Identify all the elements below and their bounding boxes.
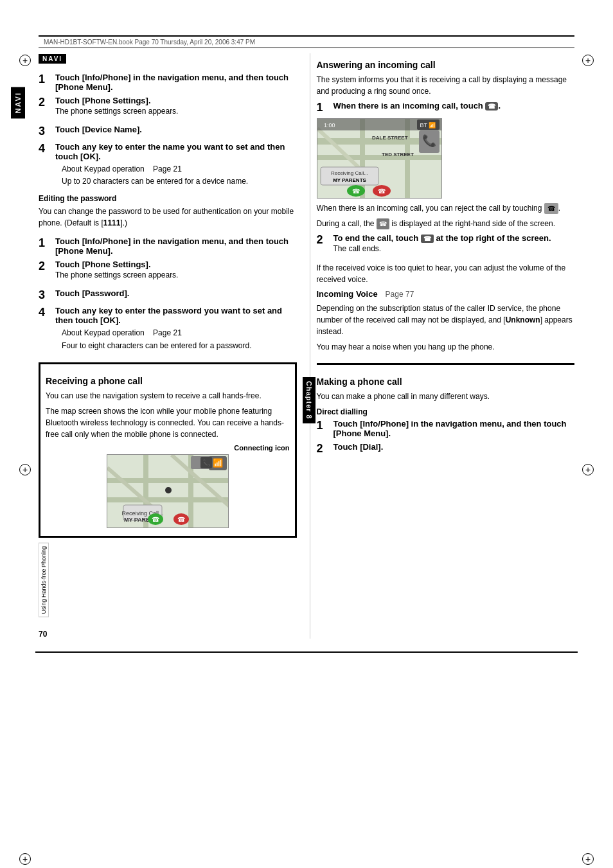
direct-dialling-heading: Direct dialling [317, 407, 575, 416]
step-content-3b: Touch [Password]. [55, 288, 129, 298]
step-content-4a: Touch any key to enter the name you want… [55, 142, 297, 188]
step-r2-sub: The call ends. [333, 243, 551, 254]
svg-point-13 [165, 487, 172, 493]
step-4-group1: 4 Touch any key to enter the name you wa… [39, 142, 297, 188]
header-file-info: MAN-HD1BT-SOFTW-EN.book Page 70 Thursday… [44, 39, 255, 46]
editing-password-heading: Editing the password [39, 194, 297, 203]
chapter8-tab: Chapter 8 [303, 377, 315, 423]
step-2-group2: 2 Touch [Phone Settings]. The phone sett… [39, 260, 297, 285]
svg-text:☎: ☎ [177, 516, 185, 523]
svg-text:☎: ☎ [352, 188, 360, 195]
incoming-map-svg: DALE STREET TED STREET 1:00 BT 📶 📞 [317, 119, 442, 199]
navi-tab: NAVI [11, 87, 25, 118]
step-r2-content: To end the call, touch ☎ at the top righ… [333, 233, 551, 258]
incoming-voice-line: Incoming Voice Page 77 [317, 289, 575, 299]
step-m1: 1 Touch [Info/Phone] in the navigation m… [317, 419, 575, 438]
step-3-group2: 3 Touch [Password]. [39, 288, 297, 302]
map-annotation-2: During a call, the ☎ is displayed at the… [317, 218, 575, 229]
step-r1: 1 When there is an incoming call, touch … [317, 101, 575, 114]
right-column: Answering an incoming call The system in… [310, 53, 575, 639]
step-number-2a: 2 [39, 96, 53, 109]
step-m2-content: Touch [Dial]. [333, 442, 384, 452]
call-icon: ☎ [377, 218, 389, 229]
svg-text:📞: 📞 [422, 134, 437, 148]
step-r1-number: 1 [317, 101, 331, 114]
svg-text:📞: 📞 [202, 459, 211, 467]
step-r2: 2 To end the call, touch ☎ at the top ri… [317, 233, 575, 258]
using-label-area: Using Hands-free Phoning [39, 543, 297, 617]
receiving-section-box: Chapter 8 Receiving a phone call You can… [39, 362, 297, 538]
step-content-1b: Touch [Info/Phone] in the navigation men… [55, 236, 297, 256]
editing-password-section: Editing the password You can change the … [39, 194, 297, 229]
svg-text:TED STREET: TED STREET [382, 152, 414, 157]
incoming-voice-page: Page 77 [386, 290, 414, 299]
page-number: 70 [39, 630, 297, 639]
step-r2-number: 2 [317, 233, 331, 247]
step-r1-content: When there is an incoming call, touch ☎. [333, 101, 501, 111]
corner-crosshair-mr [582, 464, 594, 475]
step-sub-4b-1: About Keypad operation Page 21 [62, 327, 297, 339]
step-text-2a: Touch [Phone Settings]. [55, 96, 151, 105]
step-m2-number: 2 [317, 442, 331, 456]
answering-heading: Answering an incoming call [317, 60, 575, 70]
step-subs-4a: About Keypad operation Page 21 Up to 20 … [55, 163, 297, 188]
connecting-icon-label: Connecting icon [46, 444, 290, 452]
body-r1: If the received voice is too quiet to he… [317, 262, 575, 285]
step-sub-2a: The phone settings screen appears. [55, 105, 178, 117]
receiving-heading: Receiving a phone call [46, 376, 290, 386]
step-text-3a: Touch [Device Name]. [55, 125, 142, 134]
step-content-2b: Touch [Phone Settings]. The phone settin… [55, 260, 178, 285]
left-sidebar: NAVI [0, 35, 35, 868]
step-number-3a: 3 [39, 125, 53, 138]
incoming-voice-label: Incoming Voice [317, 289, 378, 299]
step-text-1a: Touch [Info/Phone] in the navigation men… [55, 73, 289, 92]
main-content: NAVI 1 Touch [Info/Phone] in the navigat… [39, 53, 574, 639]
step-content-3a: Touch [Device Name]. [55, 125, 142, 134]
header-bar: MAN-HD1BT-SOFTW-EN.book Page 70 Thursday… [39, 35, 574, 48]
corner-crosshair-tr [582, 55, 594, 66]
svg-text:☎: ☎ [152, 516, 159, 523]
corner-crosshair-br [582, 853, 594, 865]
incoming-call-map: DALE STREET TED STREET 1:00 BT 📶 📞 [317, 118, 442, 199]
svg-text:📶: 📶 [213, 457, 224, 468]
step-m1-text: Touch [Info/Phone] in the navigation men… [333, 419, 567, 438]
step-text-4a: Touch any key to enter the name you want… [55, 142, 285, 161]
step-sub-4b-2: Four to eight characters can be entered … [62, 340, 297, 352]
step-1-group1: 1 Touch [Info/Phone] in the navigation m… [39, 73, 297, 92]
step-m1-content: Touch [Info/Phone] in the navigation men… [333, 419, 575, 438]
answering-body: The system informs you that it is receiv… [317, 74, 575, 97]
svg-text:MY PARENTS: MY PARENTS [333, 177, 366, 183]
phone-receive-icon: ☎ [485, 102, 498, 111]
step-m2-text: Touch [Dial]. [333, 442, 384, 452]
svg-text:☎: ☎ [378, 188, 386, 195]
body-r2: Depending on the subscription status of … [317, 303, 575, 337]
navi-badge: NAVI [39, 54, 66, 64]
reject-icon: ☎ [544, 203, 558, 214]
step-number-3b: 3 [39, 288, 53, 302]
svg-text:DALE STREET: DALE STREET [372, 135, 408, 141]
step-r1-text: When there is an incoming call, touch ☎. [333, 101, 501, 111]
page-wrapper: NAVI MAN-HD1BT-SOFTW-EN.book Page 70 Thu… [0, 35, 613, 868]
step-number-4b: 4 [39, 306, 53, 319]
making-section: Making a phone call You can make a phone… [317, 363, 575, 456]
step-number-2b: 2 [39, 260, 53, 273]
step-m2: 2 Touch [Dial]. [317, 442, 575, 456]
step-text-1b: Touch [Info/Phone] in the navigation men… [55, 236, 289, 256]
map-annotation-1: When there is an incoming call, you can … [317, 202, 575, 214]
step-text-3b: Touch [Password]. [55, 288, 129, 298]
making-heading: Making a phone call [317, 376, 575, 387]
step-number-1a: 1 [39, 73, 53, 86]
step-r2-text: To end the call, touch ☎ at the top righ… [333, 233, 551, 243]
receiving-body2: The map screen shows the icon while your… [46, 405, 290, 440]
step-sub-2b: The phone settings screen appears. [55, 269, 178, 281]
step-2-group1: 2 Touch [Phone Settings]. The phone sett… [39, 96, 297, 121]
left-column: NAVI 1 Touch [Info/Phone] in the navigat… [39, 53, 297, 639]
using-label: Using Hands-free Phoning [39, 543, 49, 617]
step-sub-4a-1: About Keypad operation Page 21 [62, 163, 297, 175]
step-m1-number: 1 [317, 419, 331, 432]
step-content-1a: Touch [Info/Phone] in the navigation men… [55, 73, 297, 92]
step-text-2b: Touch [Phone Settings]. [55, 260, 151, 269]
svg-text:1:00: 1:00 [324, 122, 335, 128]
two-column-layout: NAVI 1 Touch [Info/Phone] in the navigat… [39, 53, 574, 639]
receiving-map-svg: 1:00 📶 📞 Receiving Call... [107, 455, 229, 528]
